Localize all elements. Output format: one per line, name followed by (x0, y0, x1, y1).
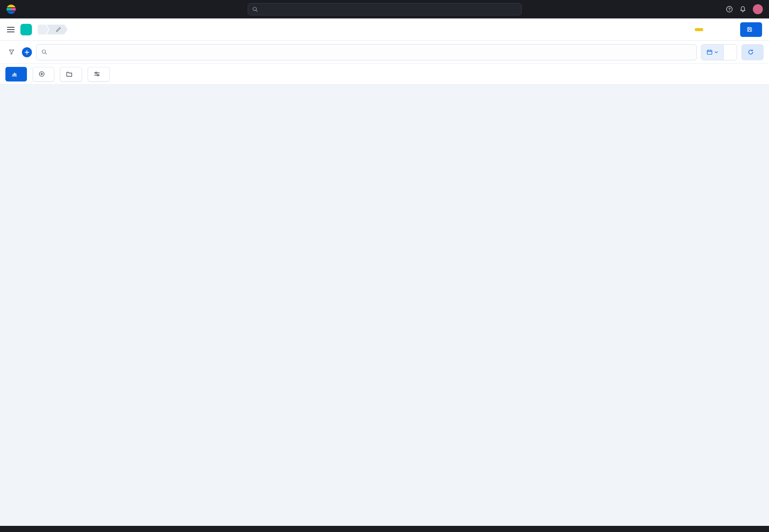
save-button[interactable] (740, 22, 762, 37)
bottom-bar (0, 526, 769, 532)
nav-actions (695, 22, 762, 37)
date-picker-button[interactable] (701, 45, 724, 60)
filter-icon (8, 49, 15, 55)
add-from-library-button[interactable] (60, 67, 82, 81)
filter-menu-button[interactable] (5, 46, 18, 58)
svg-text:?: ? (728, 7, 731, 12)
time-range-button[interactable] (724, 45, 737, 60)
user-avatar[interactable] (753, 4, 763, 14)
folder-icon (66, 71, 72, 77)
breadcrumb-current (47, 25, 68, 35)
refresh-icon (748, 49, 754, 55)
query-bar (0, 41, 769, 64)
calendar-icon (707, 49, 712, 55)
global-header: ? (0, 0, 769, 18)
kql-filter-input[interactable] (51, 49, 691, 55)
unsaved-changes-badge (695, 28, 703, 31)
controls-button[interactable] (88, 67, 110, 81)
plus-icon (25, 50, 29, 55)
elastic-logo[interactable] (6, 4, 20, 14)
breadcrumb-dashboards[interactable] (38, 25, 49, 35)
lens-icon (12, 71, 17, 77)
time-picker (701, 44, 737, 60)
elastic-logo-icon (6, 4, 16, 14)
save-icon (747, 27, 752, 32)
chevron-down-icon (714, 50, 718, 54)
add-panel-button[interactable] (33, 67, 54, 81)
global-search-input[interactable] (262, 6, 514, 12)
notifications-icon[interactable] (739, 6, 746, 13)
dashboard-toolbar (0, 64, 769, 85)
breadcrumb (38, 25, 68, 35)
help-icon[interactable]: ? (726, 6, 733, 13)
refresh-button[interactable] (741, 44, 764, 60)
plus-in-circle-icon (39, 71, 45, 77)
create-visualization-button[interactable] (5, 67, 27, 81)
menu-icon[interactable] (7, 27, 15, 33)
search-icon (42, 49, 47, 55)
global-search[interactable] (248, 3, 522, 15)
dashboard-canvas (0, 85, 769, 526)
pencil-icon[interactable] (56, 27, 61, 32)
space-avatar[interactable] (20, 24, 32, 35)
sliders-icon (94, 71, 100, 77)
header-actions: ? (726, 4, 763, 14)
navigation-bar (0, 18, 769, 41)
add-filter-button[interactable] (22, 47, 32, 57)
search-icon (252, 7, 258, 12)
kql-filter-field[interactable] (36, 44, 697, 60)
